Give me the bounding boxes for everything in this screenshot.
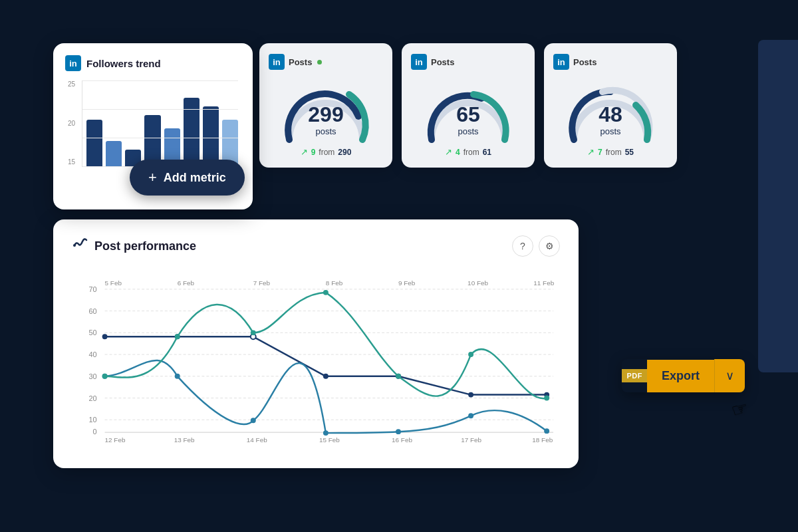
svg-text:60: 60 <box>89 307 97 315</box>
svg-point-0 <box>73 244 76 247</box>
export-dropdown-button[interactable]: ∨ <box>715 359 745 392</box>
posts-card-3-from: from <box>606 148 622 157</box>
linkedin-icon: in <box>553 54 569 70</box>
gauge-3-number: 48 <box>598 104 622 125</box>
svg-point-42 <box>396 429 401 434</box>
svg-text:15 Feb: 15 Feb <box>319 436 340 444</box>
svg-text:17 Feb: 17 Feb <box>461 436 481 444</box>
plus-icon: + <box>148 169 157 186</box>
svg-text:0: 0 <box>93 428 97 436</box>
add-metric-button[interactable]: + Add metric <box>130 160 245 196</box>
svg-text:10 Feb: 10 Feb <box>467 279 488 287</box>
posts-card-1-change: 9 <box>311 148 316 157</box>
svg-point-36 <box>468 392 473 398</box>
bar <box>184 98 200 167</box>
grid-line <box>82 80 238 81</box>
posts-card-2: in Posts 65 posts ↗ 4 from 61 <box>402 43 535 168</box>
gauge-2: 65 posts <box>422 80 515 140</box>
arrow-icon-1: ↗ <box>301 147 308 157</box>
gauge-2-number: 65 <box>456 104 480 125</box>
export-button-container[interactable]: PDF Export ∨ <box>622 359 745 392</box>
line-chart: 70 60 50 40 30 20 10 0 5 Feb 6 Feb 7 Feb… <box>72 269 560 455</box>
posts-card-3-change: 7 <box>598 148 602 157</box>
help-button[interactable]: ? <box>512 235 533 257</box>
posts-card-3-footer: ↗ 7 from 55 <box>587 147 634 157</box>
y-label: 20 <box>68 120 75 127</box>
linkedin-icon: in <box>65 55 81 71</box>
svg-text:18 Feb: 18 Feb <box>532 436 553 444</box>
linkedin-icon: in <box>411 54 427 70</box>
bar <box>106 141 122 167</box>
bars-area <box>82 80 238 167</box>
followers-card-header: in Followers trend <box>65 55 241 71</box>
svg-point-46 <box>175 334 180 339</box>
svg-point-51 <box>544 396 549 401</box>
bar <box>203 106 219 167</box>
y-axis: 25 20 15 <box>68 80 78 167</box>
export-button[interactable]: Export <box>647 360 714 392</box>
svg-text:16 Feb: 16 Feb <box>392 436 412 444</box>
bar <box>86 120 102 168</box>
posts-card-1-footer: ↗ 9 from 290 <box>301 147 352 157</box>
svg-point-43 <box>468 413 473 418</box>
y-label: 15 <box>68 158 75 166</box>
svg-point-45 <box>102 374 108 379</box>
svg-text:70: 70 <box>89 285 97 293</box>
pdf-label: PDF <box>622 369 647 382</box>
posts-card-2-total: 61 <box>483 148 491 157</box>
export-label: Export <box>662 369 700 383</box>
followers-card-title: Followers trend <box>86 58 161 69</box>
performance-title-area: Post performance <box>72 236 196 256</box>
posts-card-3-title: Posts <box>573 57 597 67</box>
posts-card-2-from: from <box>464 148 479 157</box>
posts-card-3-total: 55 <box>625 148 634 157</box>
svg-text:5 Feb: 5 Feb <box>105 279 122 287</box>
linkedin-icon: in <box>269 54 285 70</box>
followers-bar-chart: 25 20 15 <box>65 80 241 167</box>
gauge-1: 299 posts <box>279 80 372 140</box>
svg-point-44 <box>544 428 549 434</box>
svg-text:11 Feb: 11 Feb <box>533 279 554 287</box>
add-metric-label: Add metric <box>164 171 226 185</box>
gauge-3-value: 48 posts <box>598 104 622 137</box>
gauge-3-label: posts <box>600 126 620 136</box>
posts-cards-container: in Posts 299 posts ↗ 9 from 290 <box>259 43 677 168</box>
gauge-1-label: posts <box>315 126 336 136</box>
svg-point-50 <box>468 352 473 357</box>
svg-text:7 Feb: 7 Feb <box>253 279 271 287</box>
y-label: 25 <box>68 80 75 88</box>
settings-button[interactable]: ⚙ <box>539 235 560 257</box>
svg-point-47 <box>251 330 256 335</box>
svg-text:50: 50 <box>89 329 97 336</box>
performance-controls[interactable]: ? ⚙ <box>512 235 560 257</box>
svg-point-39 <box>175 374 180 379</box>
svg-text:10: 10 <box>89 416 97 424</box>
svg-text:8 Feb: 8 Feb <box>326 279 343 287</box>
posts-card-2-footer: ↗ 4 from 61 <box>445 147 491 157</box>
performance-card: Post performance ? ⚙ 70 60 50 40 30 20 1… <box>53 219 579 468</box>
gauge-3: 48 posts <box>564 80 657 140</box>
posts-card-1-total: 290 <box>338 148 351 157</box>
svg-point-48 <box>323 290 329 295</box>
gauge-2-value: 65 posts <box>456 104 480 137</box>
posts-card-2-change: 4 <box>456 148 460 157</box>
line-chart-svg: 70 60 50 40 30 20 10 0 5 Feb 6 Feb 7 Feb… <box>72 269 560 455</box>
performance-title: Post performance <box>94 239 196 253</box>
status-dot <box>317 60 322 65</box>
performance-icon <box>72 236 88 256</box>
arrow-icon-3: ↗ <box>587 147 595 157</box>
svg-point-31 <box>102 334 108 339</box>
right-accent-decoration <box>758 40 798 372</box>
svg-point-41 <box>323 430 329 436</box>
svg-text:14 Feb: 14 Feb <box>247 436 267 444</box>
svg-text:40: 40 <box>89 350 97 358</box>
svg-point-49 <box>396 374 401 379</box>
chevron-down-icon: ∨ <box>726 368 734 383</box>
posts-card-3: in Posts 48 posts ↗ 7 from 55 <box>544 43 677 168</box>
posts-card-2-header: in Posts <box>411 54 525 70</box>
performance-header: Post performance ? ⚙ <box>72 235 560 257</box>
svg-text:20: 20 <box>89 394 97 402</box>
svg-point-34 <box>323 374 329 379</box>
svg-text:30: 30 <box>89 372 97 380</box>
svg-text:12 Feb: 12 Feb <box>105 436 126 444</box>
